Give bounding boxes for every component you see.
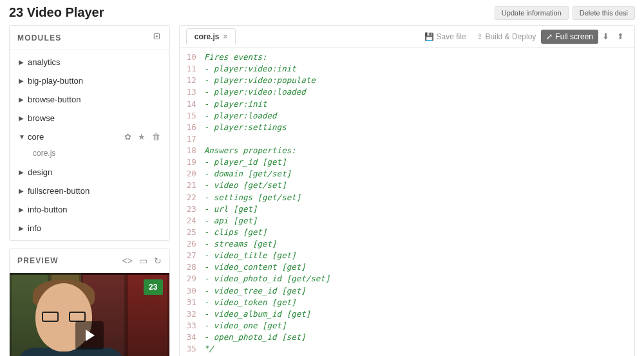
preview-window-icon[interactable]: ▭ bbox=[139, 256, 147, 266]
preview-panel: PREVIEW <> ▭ ↻ 23 🔊 HD bbox=[9, 248, 170, 356]
preview-code-icon[interactable]: <> bbox=[122, 256, 132, 266]
big-play-button[interactable] bbox=[75, 321, 104, 350]
modules-title: MODULES bbox=[17, 33, 146, 42]
module-label: fullscreen-button bbox=[28, 186, 160, 196]
module-label: analytics bbox=[28, 57, 160, 67]
fullscreen-icon: ⤢ bbox=[546, 32, 553, 41]
module-label: browse bbox=[28, 113, 160, 123]
module-row-info[interactable]: ▶info✿★🗑 bbox=[10, 219, 169, 238]
star-icon[interactable]: ★ bbox=[138, 132, 146, 142]
build-deploy-button[interactable]: ⇪ Build & Deploy bbox=[471, 30, 542, 44]
caret-icon: ▶ bbox=[19, 96, 28, 103]
delete-design-button[interactable]: Delete this desi bbox=[573, 6, 635, 20]
tab-label: core.js bbox=[194, 32, 220, 41]
caret-icon: ▶ bbox=[19, 187, 28, 194]
preview-title: PREVIEW bbox=[17, 256, 115, 265]
module-row-design[interactable]: ▶design✿★🗑 bbox=[10, 163, 169, 182]
module-row-browse-button[interactable]: ▶browse-button✿★🗑 bbox=[10, 90, 169, 109]
code-editor[interactable]: 10 11 12 13 14 15 16 17 18 19 20 21 22 2… bbox=[180, 48, 634, 356]
tab-core-js[interactable]: core.js × bbox=[186, 28, 236, 44]
caret-icon: ▶ bbox=[19, 225, 28, 232]
caret-icon: ▼ bbox=[19, 133, 28, 140]
modules-header: MODULES bbox=[10, 26, 169, 50]
code-area[interactable]: Fires events: - player:video:init - play… bbox=[202, 48, 634, 356]
preview-header: PREVIEW <> ▭ ↻ bbox=[10, 249, 169, 273]
caret-icon: ▶ bbox=[19, 169, 28, 176]
page-header: 23 Video Player Update information Delet… bbox=[0, 0, 644, 25]
download-icon[interactable]: ⬇ bbox=[598, 30, 613, 42]
module-label: info bbox=[28, 223, 160, 233]
brand-badge: 23 bbox=[144, 279, 163, 295]
modules-panel: MODULES ▶analytics✿★🗑▶big-play-button✿★🗑… bbox=[9, 25, 170, 241]
caret-icon: ▶ bbox=[19, 115, 28, 122]
editor-tab-strip: core.js × 💾 Save file ⇪ Build & Deploy ⤢… bbox=[180, 26, 634, 48]
editor-panel: core.js × 💾 Save file ⇪ Build & Deploy ⤢… bbox=[179, 25, 635, 356]
module-label: browse-button bbox=[28, 95, 160, 104]
module-file-core-js[interactable]: core.js bbox=[10, 146, 169, 163]
module-row-browse[interactable]: ▶browse✿★🗑 bbox=[10, 109, 169, 127]
module-label: design bbox=[28, 167, 160, 177]
left-panel: MODULES ▶analytics✿★🗑▶big-play-button✿★🗑… bbox=[9, 25, 170, 356]
settings-icon[interactable]: ✿ bbox=[124, 132, 131, 142]
preview-video: 23 🔊 HD ⤢ ⛶ bbox=[10, 273, 169, 356]
line-gutter: 10 11 12 13 14 15 16 17 18 19 20 21 22 2… bbox=[180, 48, 202, 356]
module-row-analytics[interactable]: ▶analytics✿★🗑 bbox=[10, 53, 169, 71]
module-label: big-play-button bbox=[28, 76, 160, 86]
caret-icon: ▶ bbox=[19, 77, 28, 84]
caret-icon: ▶ bbox=[19, 206, 28, 213]
workspace: MODULES ▶analytics✿★🗑▶big-play-button✿★🗑… bbox=[0, 25, 644, 356]
preview-refresh-icon[interactable]: ↻ bbox=[154, 256, 162, 266]
caret-icon: ▶ bbox=[19, 59, 28, 66]
save-icon: 💾 bbox=[424, 32, 434, 41]
close-icon[interactable]: × bbox=[223, 32, 227, 41]
add-module-icon[interactable] bbox=[153, 32, 162, 43]
module-row-info-button[interactable]: ▶info-button✿★🗑 bbox=[10, 200, 169, 219]
module-label: core bbox=[28, 132, 124, 142]
update-info-button[interactable]: Update information bbox=[495, 6, 569, 20]
module-label: info-button bbox=[28, 205, 160, 214]
save-file-button[interactable]: 💾 Save file bbox=[419, 30, 471, 44]
modules-list: ▶analytics✿★🗑▶big-play-button✿★🗑▶browse-… bbox=[10, 50, 169, 240]
rocket-icon: ⇪ bbox=[477, 32, 483, 41]
module-row-big-play-button[interactable]: ▶big-play-button✿★🗑 bbox=[10, 71, 169, 90]
fullscreen-button[interactable]: ⤢ Full screen bbox=[541, 30, 598, 44]
page-title: 23 Video Player bbox=[9, 5, 491, 20]
module-row-fullscreen-button[interactable]: ▶fullscreen-button✿★🗑 bbox=[10, 182, 169, 200]
module-row-core[interactable]: ▼core✿★🗑 bbox=[10, 127, 169, 146]
upload-icon[interactable]: ⬆ bbox=[613, 30, 628, 42]
delete-icon[interactable]: 🗑 bbox=[152, 132, 160, 142]
